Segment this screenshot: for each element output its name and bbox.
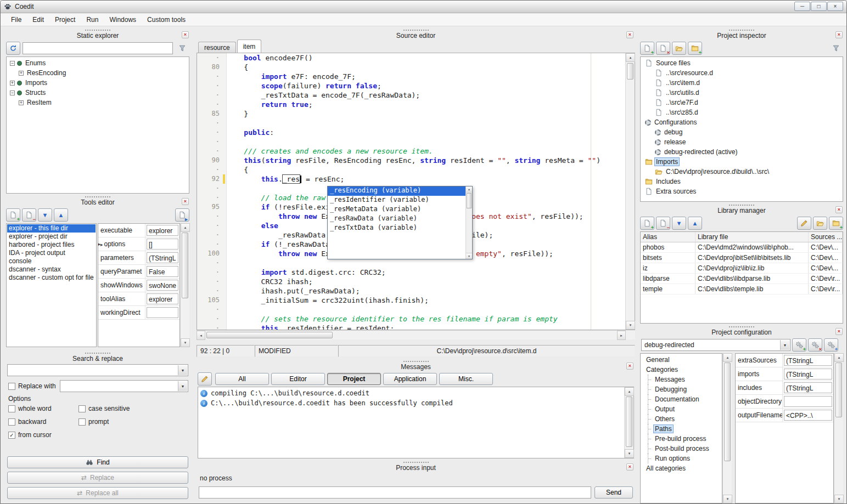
message-item[interactable]: icompiling C:\...\build\resource.d.coedi… [198, 388, 624, 398]
completion-scrollbar[interactable]: ▲ ▼ [465, 186, 472, 259]
messages-close-icon[interactable]: × [626, 363, 633, 370]
scroll-down-icon[interactable]: ▼ [625, 449, 634, 458]
code-area[interactable]: · bool encodee7F()80 {· import e7F: enco… [197, 53, 625, 330]
chevron-down-icon[interactable]: ▼ [780, 340, 789, 350]
scroll-down-icon[interactable]: ▼ [834, 495, 844, 503]
scroll-down-icon[interactable]: ▼ [181, 338, 190, 347]
library-row-iz[interactable]: izC:\Dev\dproj\iz\lib\iz.libC:\Dev\... [641, 263, 843, 274]
code-line[interactable]: · [197, 118, 625, 128]
code-line[interactable]: · import std.digest.crc: CRC32; [197, 268, 625, 277]
config-category-messages[interactable]: Messages [642, 375, 721, 384]
code-line[interactable]: · scope(failure) return false; [197, 81, 625, 90]
static-explorer-filter-button[interactable] [175, 42, 189, 55]
open-folder-button[interactable] [672, 42, 686, 55]
tool-property-value[interactable]: swoNone [147, 280, 178, 291]
scroll-up-icon[interactable]: ▲ [834, 353, 844, 362]
send-button[interactable]: Send [594, 486, 633, 499]
tab-resource[interactable]: resource [198, 42, 236, 53]
process-input-close-icon[interactable]: × [626, 463, 633, 471]
search-term-combobox[interactable]: ▼ [7, 364, 188, 376]
messages-filter-all[interactable]: All [215, 373, 269, 385]
inspector-item-src-utils-d[interactable]: ..\src\utils.d [642, 88, 842, 98]
move-tool-down-button[interactable]: ▼ [38, 208, 52, 222]
tool-property-value[interactable]: explorer [147, 293, 178, 304]
config-category-debugging[interactable]: Debugging [642, 384, 721, 394]
scroll-up-icon[interactable]: ▲ [723, 353, 732, 362]
remove-tool-button[interactable]: − [22, 208, 36, 222]
replace-with-combobox[interactable]: ▼ [60, 380, 188, 392]
scroll-up-icon[interactable]: ▲ [181, 223, 190, 232]
menu-run[interactable]: Run [81, 14, 103, 25]
tree-item-enums[interactable]: −Enums [8, 58, 188, 68]
tools-scrollbar[interactable]: ▲ ▼ [180, 223, 189, 347]
add-library-button[interactable]: + [640, 217, 654, 230]
message-item[interactable]: iC:\...\build\resource.d.coedit has been… [198, 398, 624, 408]
code-line[interactable]: · ihash.put(_resRawData); [197, 286, 625, 296]
code-line[interactable]: 90 this(string resFile, ResEncoding resE… [197, 156, 625, 165]
inspector-filter-button[interactable] [829, 42, 843, 55]
config-category-run-options[interactable]: Run options [642, 454, 721, 463]
tab-item[interactable]: item [237, 39, 262, 53]
completion-item-resrawdata-variable[interactable]: _resRawData (variable) [328, 214, 465, 224]
menu-file[interactable]: File [6, 14, 26, 25]
code-line[interactable]: 105 _initialSum = crc322uint(ihash.finis… [197, 296, 625, 305]
inspector-item-source-files[interactable]: Source files [642, 58, 842, 68]
code-line[interactable]: · CRC32 ihash; [197, 277, 625, 286]
inspector-item-debug[interactable]: debug [642, 127, 842, 137]
panel-grip[interactable] [729, 30, 754, 31]
source-editor-close-icon[interactable]: × [626, 31, 633, 38]
code-line[interactable]: · { [197, 165, 625, 174]
select-library-file-button[interactable] [813, 217, 827, 230]
inspector-item-src-item-d[interactable]: ..\src\item.d [642, 78, 842, 88]
code-line[interactable]: · [197, 137, 625, 146]
scroll-up-icon[interactable]: ▲ [625, 387, 634, 396]
library-row-libdparse[interactable]: libdparseC:\Dev\dlibs\libdparse.libC:\De… [641, 274, 843, 284]
code-line[interactable]: · public: [197, 128, 625, 137]
library-row-bitsets[interactable]: bitsetsC:\Dev\dproj\bitSet\lib\bitsets.l… [641, 253, 843, 263]
menu-edit[interactable]: Edit [27, 14, 49, 25]
chevron-down-icon[interactable]: ▼ [178, 381, 187, 391]
config-tree-scrollbar[interactable]: ▲ ▼ [722, 353, 732, 503]
column-library-file[interactable]: Library file [695, 232, 809, 242]
code-line[interactable]: · [197, 305, 625, 314]
static-explorer-close-icon[interactable]: × [182, 31, 189, 38]
library-grid-header[interactable]: Alias Library file Sources ... [641, 232, 843, 242]
close-button[interactable]: × [827, 2, 843, 11]
menu-custom-tools[interactable]: Custom tools [142, 14, 190, 25]
editor-vertical-scrollbar[interactable]: ▲ ▼ [625, 53, 635, 330]
process-input-field[interactable] [199, 486, 591, 499]
tree-item-imports[interactable]: +Imports [8, 78, 188, 88]
config-property-value[interactable] [784, 396, 832, 407]
refresh-button[interactable] [6, 42, 20, 55]
code-line[interactable]: 92 this._res = resEnc; [197, 174, 625, 184]
add-library-folder-button[interactable]: + [829, 217, 843, 230]
tool-list-item-dscanner-custom-opt-for-file[interactable]: dscanner - custom opt for file [7, 274, 96, 282]
tool-property-value[interactable]: explorer [147, 225, 178, 236]
expander-icon[interactable]: + [10, 81, 15, 86]
process-input-header[interactable]: Process input × [197, 461, 635, 472]
tool-property-value[interactable] [147, 307, 178, 318]
tool-list-item-explorer-this-file-dir[interactable]: explorer - this file dir [7, 224, 96, 233]
remove-configuration-button[interactable]: × [808, 338, 822, 352]
add-tool-button[interactable]: + [6, 208, 20, 222]
library-manager-close-icon[interactable]: × [835, 206, 843, 213]
code-line[interactable]: · import e7F: encode_7F; [197, 72, 625, 81]
code-line[interactable]: · bool encodee7F() [197, 53, 625, 63]
backward-checkbox[interactable] [8, 418, 15, 426]
remove-library-button[interactable]: − [656, 217, 670, 230]
scroll-down-icon[interactable]: ▼ [466, 253, 472, 259]
inspector-item-includes[interactable]: Includes [642, 177, 842, 186]
tree-item-structs[interactable]: −Structs [8, 88, 188, 98]
maximize-button[interactable]: □ [811, 2, 827, 11]
inspector-item-c-dev-dproj-resource-d-build-src[interactable]: C:\Dev\dproj\resource.d\build\..\src\ [642, 167, 842, 177]
tree-item-resitem[interactable]: +ResItem [8, 98, 188, 107]
panel-grip[interactable] [403, 361, 429, 362]
scroll-right-icon[interactable]: ► [617, 331, 626, 340]
panel-grip[interactable] [85, 196, 110, 197]
clear-messages-button[interactable] [198, 372, 212, 386]
add-source-button[interactable]: + [640, 42, 654, 55]
add-folder-button[interactable]: + [688, 42, 702, 55]
scroll-down-icon[interactable]: ▼ [723, 495, 732, 503]
inspector-item-extra-sources[interactable]: Extra sources [642, 186, 842, 196]
config-category-all-categories[interactable]: All categories [642, 463, 721, 473]
